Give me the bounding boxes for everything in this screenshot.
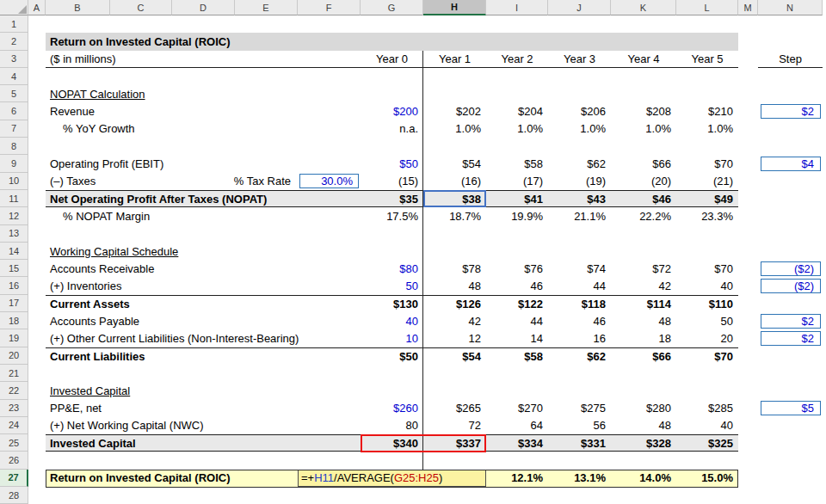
value-cell[interactable]: (16): [423, 173, 486, 190]
row-label-inventories[interactable]: (+) Inventories: [46, 277, 361, 294]
column-header-g[interactable]: G: [361, 0, 423, 15]
value-cell[interactable]: 48: [611, 312, 676, 329]
empty-cell[interactable]: [28, 85, 46, 102]
empty-cell[interactable]: [738, 295, 758, 312]
empty-cell[interactable]: [738, 102, 758, 120]
value-cell[interactable]: $270: [486, 400, 548, 417]
value-cell[interactable]: 22.2%: [611, 207, 676, 224]
value-cell[interactable]: $46: [611, 190, 676, 207]
empty-cell[interactable]: [738, 173, 758, 190]
empty-cell[interactable]: [738, 277, 758, 294]
step-cell[interactable]: $5: [758, 400, 823, 417]
value-cell[interactable]: 42: [611, 277, 676, 294]
empty-cell[interactable]: [28, 207, 46, 224]
row-label-ebit[interactable]: Operating Profit (EBIT): [46, 155, 361, 172]
row-header[interactable]: 9: [0, 155, 28, 172]
value-cell[interactable]: 23.3%: [676, 207, 738, 224]
empty-cell[interactable]: [738, 260, 758, 277]
value-cell[interactable]: $70: [676, 347, 738, 365]
empty-cell[interactable]: [758, 434, 823, 452]
step-cell[interactable]: $2: [758, 312, 823, 329]
value-cell[interactable]: (15): [361, 173, 423, 190]
value-cell[interactable]: 48: [423, 277, 486, 294]
empty-cell[interactable]: [28, 329, 46, 347]
value-cell[interactable]: $54: [423, 347, 486, 365]
value-cell[interactable]: (20): [611, 173, 676, 190]
units-note[interactable]: ($ in millions): [46, 51, 361, 68]
row-header[interactable]: 24: [0, 417, 28, 434]
empty-cell[interactable]: [738, 312, 758, 329]
value-cell[interactable]: $325: [676, 434, 738, 452]
empty-cell[interactable]: [738, 51, 758, 68]
column-header-k[interactable]: K: [611, 0, 676, 15]
value-cell[interactable]: $76: [486, 260, 548, 277]
value-cell[interactable]: 12.1%: [486, 470, 548, 487]
value-cell[interactable]: $50: [361, 347, 423, 365]
empty-row[interactable]: [28, 452, 823, 469]
value-cell[interactable]: $49: [676, 190, 738, 207]
row-header[interactable]: 18: [0, 312, 28, 329]
value-cell[interactable]: 1.0%: [676, 120, 738, 138]
empty-cell[interactable]: [738, 400, 758, 417]
section-heading-working-capital[interactable]: Working Capital Schedule: [46, 243, 823, 260]
row-header[interactable]: 12: [0, 207, 28, 224]
year-header[interactable]: Year 0: [361, 51, 423, 68]
row-header[interactable]: 6: [0, 102, 28, 120]
empty-cell[interactable]: [738, 434, 758, 452]
row-label-taxes[interactable]: (–) Taxes: [46, 173, 172, 190]
year-header[interactable]: Year 1: [423, 51, 486, 68]
value-cell[interactable]: $206: [548, 102, 611, 120]
row-label-current-assets[interactable]: Current Assets: [46, 295, 361, 312]
empty-cell[interactable]: [28, 120, 46, 138]
empty-cell[interactable]: [738, 120, 758, 138]
value-cell-h25[interactable]: $337: [423, 434, 486, 452]
row-header[interactable]: 3: [0, 51, 28, 68]
row-header[interactable]: 1: [0, 15, 28, 33]
empty-cell[interactable]: [28, 382, 46, 399]
value-cell[interactable]: $285: [676, 400, 738, 417]
empty-row[interactable]: [28, 487, 823, 504]
row-header[interactable]: 15: [0, 260, 28, 277]
step-header[interactable]: Step: [758, 51, 823, 68]
column-header-h-active[interactable]: H: [423, 0, 486, 15]
row-header[interactable]: 23: [0, 400, 28, 417]
column-header-n[interactable]: N: [758, 0, 823, 15]
value-cell[interactable]: $78: [423, 260, 486, 277]
row-header[interactable]: 20: [0, 347, 28, 365]
row-header[interactable]: 16: [0, 277, 28, 294]
empty-cell[interactable]: [28, 155, 46, 172]
row-header[interactable]: 21: [0, 365, 28, 382]
row-label-revenue[interactable]: Revenue: [46, 102, 361, 120]
row-header[interactable]: 2: [0, 33, 28, 50]
value-cell[interactable]: $275: [548, 400, 611, 417]
value-cell[interactable]: 1.0%: [486, 120, 548, 138]
value-cell[interactable]: 46: [548, 312, 611, 329]
row-header[interactable]: 28: [0, 487, 28, 504]
step-cell[interactable]: $2: [758, 329, 823, 347]
value-cell[interactable]: 44: [486, 312, 548, 329]
column-header-a[interactable]: A: [28, 0, 46, 15]
value-cell[interactable]: 50: [361, 277, 423, 294]
column-header-c[interactable]: C: [110, 0, 172, 15]
value-cell[interactable]: $66: [611, 155, 676, 172]
empty-row[interactable]: [28, 68, 823, 85]
value-cell[interactable]: 20: [676, 329, 738, 347]
value-cell[interactable]: $72: [611, 260, 676, 277]
value-cell[interactable]: 18.7%: [423, 207, 486, 224]
value-cell[interactable]: 21.1%: [548, 207, 611, 224]
row-header[interactable]: 17: [0, 295, 28, 312]
value-cell[interactable]: $204: [486, 102, 548, 120]
value-cell[interactable]: $70: [676, 155, 738, 172]
empty-cell[interactable]: [758, 190, 823, 207]
value-cell[interactable]: 17.5%: [361, 207, 423, 224]
empty-cell[interactable]: [28, 295, 46, 312]
value-cell[interactable]: 16: [548, 329, 611, 347]
value-cell[interactable]: 14.0%: [611, 470, 676, 487]
empty-cell[interactable]: [758, 470, 823, 487]
value-cell[interactable]: $208: [611, 102, 676, 120]
value-cell-h11[interactable]: $38: [423, 190, 486, 207]
empty-cell[interactable]: [28, 312, 46, 329]
empty-cell[interactable]: [758, 417, 823, 434]
row-header[interactable]: 26: [0, 452, 28, 469]
value-cell[interactable]: $202: [423, 102, 486, 120]
